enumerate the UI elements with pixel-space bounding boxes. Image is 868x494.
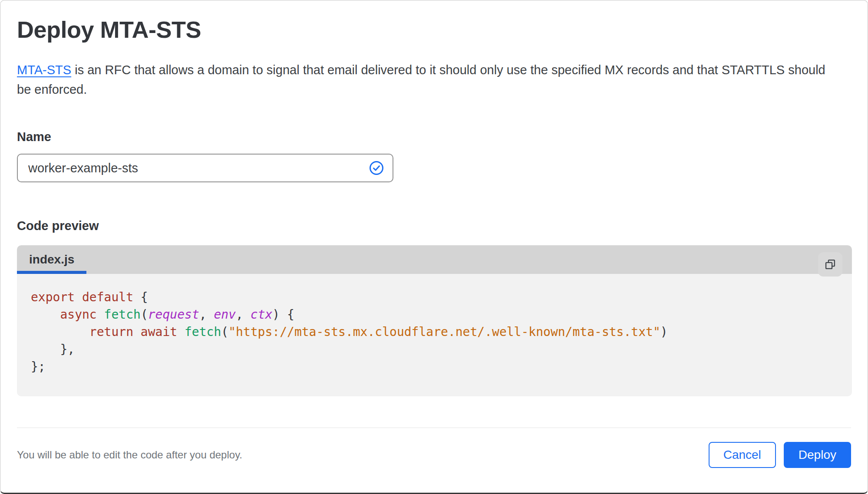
copy-icon — [824, 258, 836, 270]
code-line: export default { — [31, 289, 813, 306]
footer-note: You will be able to edit the code after … — [17, 449, 242, 461]
footer: You will be able to edit the code after … — [17, 442, 851, 468]
code-preview-label: Code preview — [17, 219, 851, 233]
name-label: Name — [17, 130, 851, 144]
name-input[interactable] — [28, 161, 369, 175]
deploy-button[interactable]: Deploy — [784, 442, 851, 468]
code-line: async fetch(request, env, ctx) { — [31, 306, 813, 323]
code-block: export default { async fetch(request, en… — [17, 274, 852, 396]
footer-actions: Cancel Deploy — [709, 442, 851, 468]
name-input-container — [17, 154, 393, 182]
code-preview-card: index.js export default { async fetch(re… — [17, 245, 852, 396]
code-line: }, — [31, 341, 813, 358]
deploy-mta-sts-dialog: Deploy MTA-STS MTA-STS is an RFC that al… — [0, 0, 868, 494]
check-circle-icon — [369, 161, 384, 175]
footer-divider — [17, 428, 851, 428]
description-text: MTA-STS is an RFC that allows a domain t… — [17, 60, 829, 99]
code-line: }; — [31, 358, 813, 375]
code-tabbar: index.js — [17, 245, 852, 274]
tab-label: index.js — [29, 253, 74, 267]
description-body: is an RFC that allows a domain to signal… — [17, 63, 825, 96]
cancel-button[interactable]: Cancel — [709, 442, 776, 468]
code-line: return await fetch("https://mta-sts.mx.c… — [31, 323, 813, 341]
copy-button[interactable] — [818, 252, 842, 277]
page-title: Deploy MTA-STS — [17, 0, 851, 43]
mta-sts-link[interactable]: MTA-STS — [17, 63, 71, 77]
tab-index-js[interactable]: index.js — [17, 245, 86, 274]
